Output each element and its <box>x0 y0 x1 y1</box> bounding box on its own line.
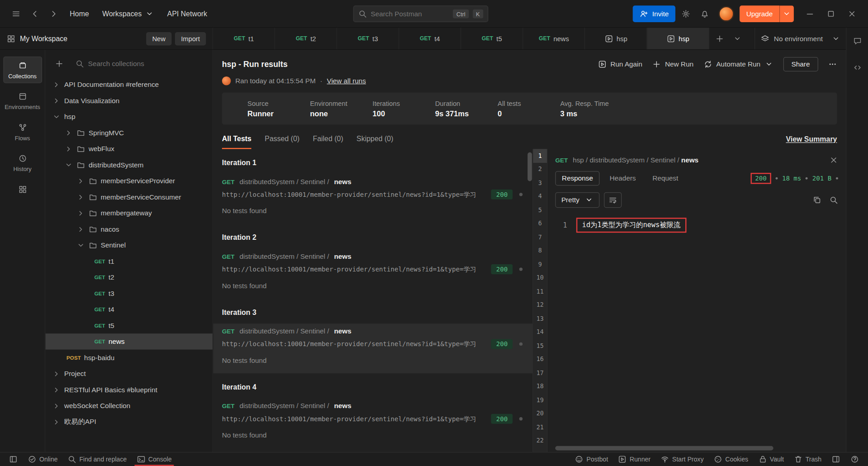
iteration-number-13[interactable]: 13 <box>533 312 547 325</box>
copy-icon[interactable] <box>813 195 822 204</box>
collection-search-input[interactable] <box>88 60 203 67</box>
tree-item-api[interactable]: 欧易的API <box>45 414 212 430</box>
tree-item-news[interactable]: GETnews <box>45 333 212 350</box>
iteration-number-10[interactable]: 10 <box>533 271 547 285</box>
statusbar-item[interactable] <box>827 454 844 465</box>
add-collection-icon[interactable] <box>51 55 68 72</box>
iteration-number-6[interactable]: 6 <box>533 217 547 230</box>
tree-item-sentinel[interactable]: Sentinel <box>45 237 212 253</box>
tree-item-memberserviceconsumer[interactable]: memberServiceConsumer <box>45 189 212 205</box>
search-body-icon[interactable] <box>829 195 838 204</box>
vertical-scrollbar[interactable] <box>528 150 532 451</box>
iteration-number-5[interactable]: 5 <box>533 203 547 217</box>
iteration-number-15[interactable]: 15 <box>533 339 547 352</box>
sidebar-item-collections[interactable]: Collections <box>3 57 42 83</box>
import-button[interactable]: Import <box>175 32 206 45</box>
nav-home[interactable]: Home <box>64 6 94 21</box>
iteration-number-3[interactable]: 3 <box>533 176 547 190</box>
wrap-text-icon[interactable] <box>604 192 622 208</box>
tab-response[interactable]: Response <box>555 171 599 185</box>
automate-run-button[interactable]: Automate Run <box>703 60 773 69</box>
tree-item-hsp-baidu[interactable]: POSThsp-baidu <box>45 350 212 366</box>
comments-icon[interactable] <box>853 37 862 46</box>
nav-api-network[interactable]: API Network <box>162 6 213 21</box>
iteration-number-12[interactable]: 12 <box>533 298 547 312</box>
tree-item-t5[interactable]: GETt5 <box>45 318 212 334</box>
code-icon[interactable] <box>853 63 862 72</box>
iteration-number-8[interactable]: 8 <box>533 244 547 257</box>
iteration-number-17[interactable]: 17 <box>533 366 547 380</box>
run-again-button[interactable]: Run Again <box>598 60 642 69</box>
tree-item-project[interactable]: Project <box>45 366 212 382</box>
iteration-number-21[interactable]: 21 <box>533 420 547 434</box>
tree-item-websocket-collection[interactable]: webSocket Collection <box>45 398 212 414</box>
iteration-request[interactable]: GETdistributedSystem / Sentinel / news <box>222 249 525 261</box>
tab-t5[interactable]: GETt5 <box>461 28 523 49</box>
tab-failed-0[interactable]: Failed (0) <box>313 135 343 149</box>
iteration-request[interactable]: GETdistributedSystem / Sentinel / news <box>222 174 525 185</box>
tree-item-t4[interactable]: GETt4 <box>45 301 212 318</box>
tree-item-nacos[interactable]: nacos <box>45 221 212 238</box>
tree-item-membergateway[interactable]: membergateway <box>45 205 212 221</box>
iteration-number-20[interactable]: 20 <box>533 407 547 420</box>
share-button[interactable]: Share <box>783 57 818 71</box>
nav-workspaces[interactable]: Workspaces <box>97 6 160 21</box>
tree-item-data-visualization[interactable]: Data Visualization <box>45 92 212 109</box>
iteration-number-4[interactable]: 4 <box>533 190 547 203</box>
statusbar-vault[interactable]: Vault <box>754 454 788 465</box>
view-mode-dropdown[interactable]: Pretty <box>555 192 599 208</box>
iteration-number-16[interactable]: 16 <box>533 352 547 366</box>
tree-item-memberserviceprovider[interactable]: memberServiceProvider <box>45 173 212 189</box>
iteration-request[interactable]: GETdistributedSystem / Sentinel / news <box>222 323 525 335</box>
tree-item-api-documentation-reference[interactable]: API Documentation #reference <box>45 76 212 93</box>
new-tab-icon[interactable] <box>711 30 728 47</box>
iteration-number-19[interactable]: 19 <box>533 393 547 407</box>
iteration-number-1[interactable]: 1 <box>533 149 547 162</box>
sidebar-item-history[interactable]: History <box>3 150 42 176</box>
tab-t3[interactable]: GETt3 <box>337 28 399 49</box>
tab-t2[interactable]: GETt2 <box>275 28 337 49</box>
view-summary-link[interactable]: View Summary <box>786 135 837 148</box>
tree-item-distributedsystem[interactable]: distributedSystem <box>45 157 212 173</box>
statusbar-postbot[interactable]: Postbot <box>571 454 613 465</box>
tab-passed-0[interactable]: Passed (0) <box>265 135 300 149</box>
sidebar-item-flows[interactable]: Flows <box>3 119 42 145</box>
sidebar-item-item[interactable] <box>3 181 42 198</box>
tree-item-webflux[interactable]: webFlux <box>45 141 212 157</box>
tab-request[interactable]: Request <box>646 171 684 185</box>
statusbar-item[interactable] <box>5 454 22 465</box>
tree-item-springmvc[interactable]: SpringMVC <box>45 125 212 141</box>
upgrade-caret-icon[interactable] <box>779 5 794 22</box>
statusbar-find-and-replace[interactable]: Find and replace <box>63 454 131 465</box>
iteration-request[interactable]: GETdistributedSystem / Sentinel / news <box>222 398 525 410</box>
window-maximize-icon[interactable] <box>823 5 840 22</box>
sidebar-item-environments[interactable]: Environments <box>3 87 42 114</box>
iteration-number-11[interactable]: 11 <box>533 285 547 298</box>
tree-item-t2[interactable]: GETt2 <box>45 269 212 285</box>
upgrade-button[interactable]: Upgrade <box>740 5 794 22</box>
horizontal-scrollbar[interactable] <box>555 446 843 451</box>
close-response-icon[interactable] <box>829 156 838 165</box>
tree-item-restful-api-basics-blueprint[interactable]: RESTful API Basics #blueprint <box>45 382 212 398</box>
iteration-number-22[interactable]: 22 <box>533 434 547 447</box>
avatar[interactable] <box>718 6 734 21</box>
new-button[interactable]: New <box>146 32 171 45</box>
tab-news[interactable]: GETnews <box>523 28 585 49</box>
tree-item-t1[interactable]: GETt1 <box>45 253 212 270</box>
statusbar-runner[interactable]: Runner <box>613 454 655 465</box>
tree-item-t3[interactable]: GETt3 <box>45 285 212 302</box>
statusbar-start-proxy[interactable]: Start Proxy <box>656 454 708 465</box>
statusbar-trash[interactable]: Trash <box>789 454 826 465</box>
notifications-bell-icon[interactable] <box>696 5 713 22</box>
tree-item-hsp[interactable]: hsp <box>45 109 212 125</box>
invite-button[interactable]: Invite <box>633 5 675 22</box>
statusbar-console[interactable]: Console <box>132 454 176 465</box>
settings-gear-icon[interactable] <box>678 5 694 22</box>
statusbar-item[interactable] <box>846 454 863 465</box>
collection-search[interactable] <box>71 57 207 71</box>
workspace-switcher[interactable]: My Workspace New Import <box>0 28 213 49</box>
environment-selector[interactable]: No environment <box>755 28 846 49</box>
iteration-number-18[interactable]: 18 <box>533 380 547 393</box>
new-run-button[interactable]: New Run <box>652 60 693 69</box>
tab-options-icon[interactable] <box>729 30 746 47</box>
